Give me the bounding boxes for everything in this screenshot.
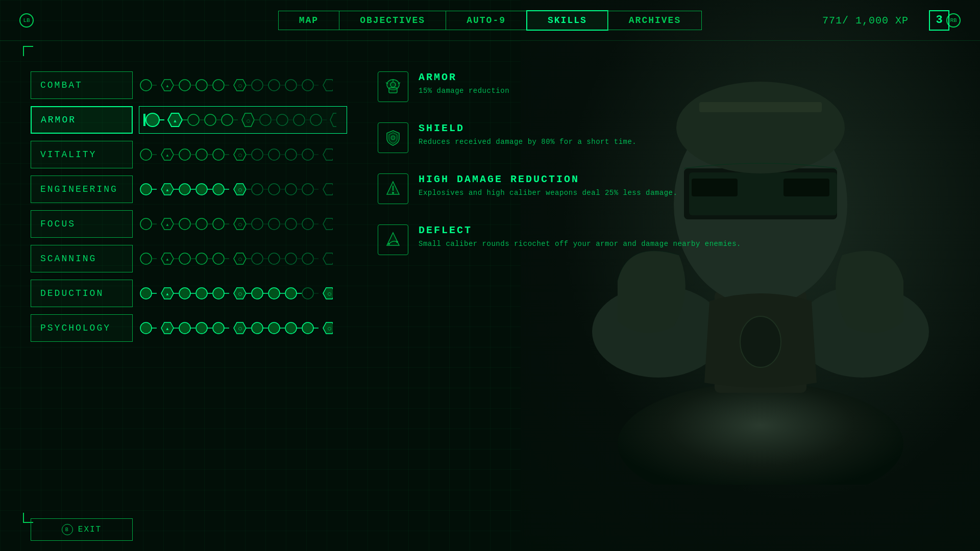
- svg-point-146: [285, 253, 297, 264]
- tab-objectives[interactable]: OBJECTIVES: [339, 11, 446, 30]
- svg-text:⬡: ⬡: [247, 119, 250, 123]
- tab-archives[interactable]: ARCHIVES: [608, 11, 702, 30]
- deflect-title: DEFLECT: [419, 224, 960, 236]
- svg-point-142: [252, 253, 263, 264]
- tab-map[interactable]: MAP: [278, 11, 339, 30]
- svg-marker-34: [323, 80, 333, 91]
- skill-label-vitality[interactable]: VITALITY: [31, 141, 133, 168]
- svg-marker-150: [323, 253, 333, 264]
- skill-row-engineering[interactable]: ENGINEERING ▲ ⬡: [31, 176, 347, 203]
- svg-point-151: [140, 288, 152, 299]
- svg-point-36: [146, 113, 159, 127]
- top-navigation: LB MAP OBJECTIVES AUTO-9 SKILLS ARCHIVES…: [0, 0, 980, 41]
- svg-text:⬡: ⬡: [238, 153, 242, 158]
- svg-point-105: [140, 218, 152, 230]
- tab-auto9[interactable]: AUTO-9: [446, 11, 527, 30]
- svg-point-167: [268, 288, 280, 299]
- svg-text:⬡: ⬡: [238, 84, 242, 88]
- svg-point-96: [252, 184, 263, 195]
- svg-point-89: [196, 184, 207, 195]
- skill-row-psychology[interactable]: PSYCHOLOGY ▲ ⬡: [31, 314, 347, 342]
- svg-point-102: [302, 184, 313, 195]
- skill-detail-deflect: DEFLECT Small caliber rounds ricochet of…: [378, 224, 960, 255]
- svg-point-193: [285, 322, 297, 334]
- skill-label-scanning[interactable]: SCANNING: [31, 245, 133, 272]
- svg-point-21: [213, 80, 224, 91]
- svg-point-30: [285, 80, 297, 91]
- skill-row-vitality[interactable]: VITALITY ▲ ⬡: [31, 141, 347, 168]
- skill-label-psychology[interactable]: PSYCHOLOGY: [31, 314, 133, 342]
- skill-detail-shield: SHIELD Reduces received damage by 80% fo…: [378, 122, 960, 153]
- svg-text:⬡: ⬡: [238, 292, 242, 296]
- svg-point-123: [285, 218, 297, 230]
- svg-point-26: [252, 80, 263, 91]
- svg-point-180: [179, 322, 190, 334]
- exit-button[interactable]: B EXIT: [31, 518, 133, 541]
- skill-label-engineering[interactable]: ENGINEERING: [31, 176, 133, 203]
- svg-point-12: [140, 80, 152, 91]
- skill-label-combat[interactable]: COMBAT: [31, 71, 133, 99]
- svg-point-98: [268, 184, 280, 195]
- svg-text:⬡: ⬡: [238, 257, 242, 262]
- svg-point-79: [302, 149, 313, 160]
- skill-detail-armor: ARMOR 15% damage reduction: [378, 71, 960, 102]
- svg-text:⬡: ⬡: [238, 188, 242, 192]
- shield-icon: [378, 122, 408, 153]
- svg-point-191: [268, 322, 280, 334]
- svg-point-87: [179, 184, 190, 195]
- skill-row-deduction[interactable]: DEDUCTION ▲ ⬡: [31, 280, 347, 307]
- svg-point-175: [140, 322, 152, 334]
- svg-point-184: [213, 322, 224, 334]
- svg-point-158: [196, 288, 207, 299]
- skill-row-scanning[interactable]: SCANNING ▲ ⬡: [31, 245, 347, 272]
- deflect-icon: [378, 224, 408, 255]
- svg-point-156: [179, 288, 190, 299]
- svg-point-182: [196, 322, 207, 334]
- skill-nodes-armor: ▲ ⬡: [139, 106, 347, 134]
- armor-desc: 15% damage reduction: [419, 86, 960, 96]
- svg-point-114: [213, 218, 224, 230]
- skill-row-armor[interactable]: ARMOR ▲ ⬡: [31, 106, 347, 134]
- exit-label: EXIT: [78, 525, 102, 534]
- high-damage-title: HIGH DAMAGE REDUCTION: [419, 173, 960, 185]
- skill-nodes-combat: ▲ ⬡: [139, 76, 347, 94]
- svg-point-19: [196, 80, 207, 91]
- svg-point-43: [205, 114, 216, 126]
- skill-label-focus[interactable]: FOCUS: [31, 210, 133, 238]
- svg-marker-58: [330, 113, 336, 127]
- svg-point-211: [396, 241, 398, 243]
- svg-point-148: [302, 253, 313, 264]
- svg-point-110: [179, 218, 190, 230]
- deflect-info-text: DEFLECT Small caliber rounds ricochet of…: [419, 224, 960, 249]
- svg-point-160: [213, 288, 224, 299]
- lb-button[interactable]: LB: [19, 13, 34, 28]
- skill-label-deduction[interactable]: DEDUCTION: [31, 280, 133, 307]
- shield-info-text: SHIELD Reduces received damage by 80% fo…: [419, 122, 960, 147]
- armor-info-text: ARMOR 15% damage reduction: [419, 71, 960, 96]
- svg-point-128: [140, 253, 152, 264]
- skill-label-armor[interactable]: ARMOR: [31, 106, 133, 134]
- skill-nodes-psychology: ▲ ⬡: [139, 319, 347, 337]
- svg-point-45: [222, 114, 233, 126]
- skill-detail-panel: ARMOR 15% damage reduction SHIELD Reduce…: [368, 41, 980, 551]
- skill-nodes-vitality: ▲ ⬡: [139, 145, 347, 164]
- skill-row-combat[interactable]: COMBAT ▲ ⬡: [31, 71, 347, 99]
- svg-point-121: [268, 218, 280, 230]
- skill-row-focus[interactable]: FOCUS ▲ ⬡: [31, 210, 347, 238]
- svg-text:▲: ▲: [166, 222, 169, 227]
- skill-nodes-scanning: ▲ ⬡: [139, 249, 347, 268]
- svg-point-73: [252, 149, 263, 160]
- svg-point-68: [213, 149, 224, 160]
- svg-point-195: [302, 322, 313, 334]
- nav-tabs-container: MAP OBJECTIVES AUTO-9 SKILLS ARCHIVES: [38, 10, 942, 31]
- svg-point-210: [388, 243, 390, 245]
- tab-skills[interactable]: SKILLS: [526, 10, 608, 31]
- b-button-icon: B: [62, 524, 73, 535]
- high-damage-icon: [378, 173, 408, 204]
- high-damage-desc: Explosives and high caliber weapons deal…: [419, 188, 960, 198]
- svg-rect-35: [143, 114, 145, 126]
- svg-text:▲: ▲: [166, 327, 169, 331]
- svg-point-100: [285, 184, 297, 195]
- svg-point-91: [213, 184, 224, 195]
- xp-display: 771/ 1,000 XP: [822, 14, 909, 26]
